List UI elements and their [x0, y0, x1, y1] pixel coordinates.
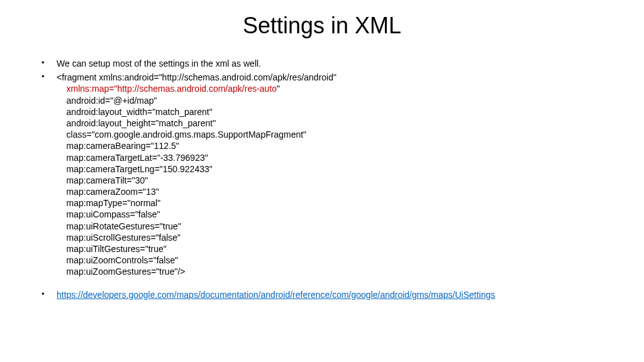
slide-title: Settings in XML	[38, 13, 606, 39]
slide-content: • We can setup most of the settings in t…	[38, 58, 606, 300]
bullet-marker: •	[38, 289, 57, 300]
bullet-marker: •	[38, 72, 57, 277]
bullet-link: • https://developers.google.com/maps/doc…	[38, 289, 606, 300]
reference-link[interactable]: https://developers.google.com/maps/docum…	[57, 290, 495, 300]
bullet-text-intro: We can setup most of the settings in the…	[57, 58, 606, 69]
bullet-text-link: https://developers.google.com/maps/docum…	[57, 289, 606, 300]
spacer	[38, 280, 606, 289]
bullet-text-code: <fragment xmlns:android="http://schemas.…	[57, 72, 606, 277]
slide-container: Settings in XML • We can setup most of t…	[0, 0, 644, 322]
code-highlight-span: xmlns:map="http://schemas.android.com/ap…	[67, 84, 277, 94]
code-highlight-end: "	[277, 84, 280, 94]
code-rest: android:id="@+id/map" android:layout_wid…	[57, 95, 606, 278]
bullet-code: • <fragment xmlns:android="http://schema…	[38, 72, 606, 277]
code-line-highlight: xmlns:map="http://schemas.android.com/ap…	[57, 83, 606, 94]
bullet-marker: •	[38, 58, 57, 69]
code-line-1: <fragment xmlns:android="http://schemas.…	[57, 72, 606, 83]
bullet-intro: • We can setup most of the settings in t…	[38, 58, 606, 69]
